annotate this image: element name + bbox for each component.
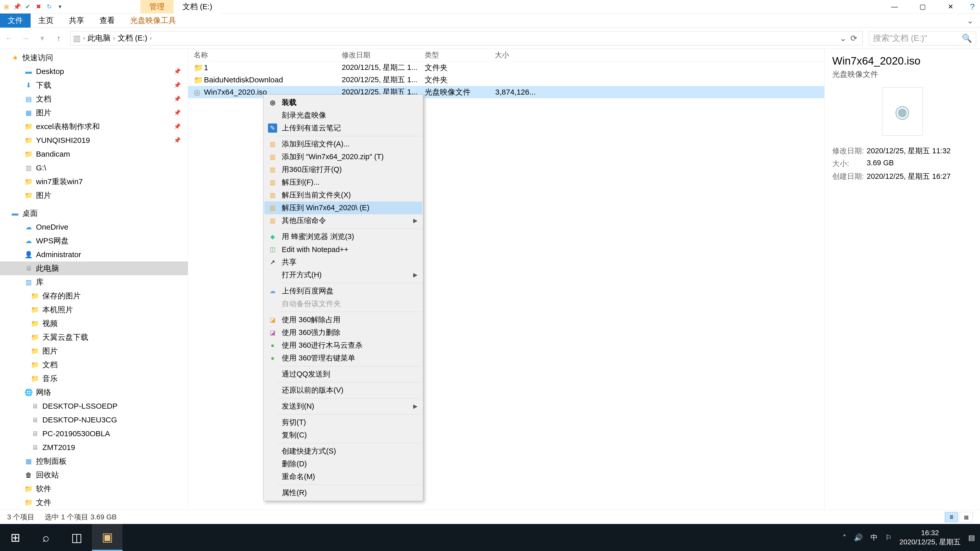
nav-lib-item[interactable]: 📁本机照片 — [0, 303, 188, 317]
nav-software[interactable]: 📁软件 — [0, 482, 188, 495]
chevron-right-icon[interactable]: › — [83, 35, 85, 41]
ctx-extract-here[interactable]: ▥解压到当前文件夹(X) — [264, 189, 422, 202]
nav-up-button[interactable]: ↑ — [54, 34, 64, 43]
ctx-baidu-upload[interactable]: ☁上传到百度网盘 — [264, 285, 422, 297]
nav-lib-item[interactable]: 📁音乐 — [0, 372, 188, 386]
ctx-restore[interactable]: 还原以前的版本(V) — [264, 384, 422, 397]
qat-refresh-icon[interactable]: ↻ — [45, 3, 53, 11]
ctx-copy[interactable]: 复制(C) — [264, 429, 422, 441]
nav-lib-item[interactable]: 📁文档 — [0, 358, 188, 372]
navigation-pane[interactable]: ★快速访问 ▬Desktop📌 ⬇下载📌 ▤文档📌 ▦图片📌 📁excel表格制… — [0, 49, 188, 510]
ctx-open-360[interactable]: ▥用360压缩打开(Q) — [264, 163, 422, 176]
col-size[interactable]: 大小 — [495, 50, 536, 60]
help-button[interactable]: ? — [965, 0, 980, 14]
ribbon-home-tab[interactable]: 主页 — [30, 14, 61, 27]
ctx-share[interactable]: ↗共享 — [264, 256, 422, 268]
breadcrumb-segment[interactable]: 此电脑 — [88, 33, 110, 43]
ctx-extract-named[interactable]: ▥解压到 Win7x64_2020\ (E) — [264, 202, 422, 214]
ribbon-iso-tools-tab[interactable]: 光盘映像工具 — [123, 14, 184, 27]
tray-clock[interactable]: 16:32 2020/12/25, 星期五 — [899, 528, 961, 547]
qat-pin-icon[interactable]: 📌 — [13, 3, 21, 11]
tray-chevron-up-icon[interactable]: ˄ — [843, 534, 846, 542]
nav-net-item[interactable]: 🖥PC-20190530OBLA — [0, 427, 188, 441]
qat-dropdown-icon[interactable]: ▾ — [56, 3, 64, 11]
ribbon-file-tab[interactable]: 文件 — [0, 14, 30, 27]
ctx-shortcut[interactable]: 创建快捷方式(S) — [264, 445, 422, 457]
start-button[interactable]: ⊞ — [0, 524, 30, 551]
refresh-icon[interactable]: ⟳ — [850, 33, 857, 43]
nav-qa-item[interactable]: 📁图片 — [0, 189, 188, 202]
qat-check-icon[interactable]: ✔ — [24, 3, 32, 11]
nav-qa-item[interactable]: ▦图片📌 — [0, 106, 188, 120]
nav-admin[interactable]: 👤Administrator — [0, 248, 188, 262]
nav-libraries[interactable]: ▥库 — [0, 275, 188, 289]
file-row[interactable]: 📁 BaiduNetdiskDownload 2020/12/25, 星期五 1… — [188, 74, 824, 86]
col-name[interactable]: 名称 — [194, 50, 342, 60]
task-view-button[interactable]: ◫ — [61, 524, 92, 551]
nav-net-item[interactable]: 🖥ZMT2019 — [0, 441, 188, 454]
nav-qa-item[interactable]: ▤文档📌 — [0, 92, 188, 106]
ctx-360-manage[interactable]: ●使用 360管理右键菜单 — [264, 352, 422, 365]
nav-qa-item[interactable]: 📁excel表格制作求和📌 — [0, 120, 188, 133]
ctx-delete[interactable]: 删除(D) — [264, 457, 422, 470]
column-headers[interactable]: 名称 修改日期 类型 大小 — [188, 49, 824, 62]
nav-network[interactable]: 🌐网络 — [0, 386, 188, 399]
ctx-burn[interactable]: 刻录光盘映像 — [264, 109, 422, 122]
nav-control-panel[interactable]: ▦控制面板 — [0, 454, 188, 468]
qat-close-icon[interactable]: ✖ — [35, 3, 42, 11]
nav-back-button[interactable]: ← — [4, 34, 14, 43]
ribbon-view-tab[interactable]: 查看 — [92, 14, 123, 27]
ctx-open-with[interactable]: 打开方式(H)▶ — [264, 268, 422, 281]
taskbar-explorer-button[interactable]: ▣ — [92, 524, 123, 551]
ribbon-share-tab[interactable]: 共享 — [61, 14, 92, 27]
tray-security-icon[interactable]: ⚐ — [885, 534, 892, 542]
breadcrumb[interactable]: ▥ › 此电脑 › 文档 (E:) › ⌄ ⟳ — [70, 31, 862, 45]
ctx-send-to[interactable]: 发送到(N)▶ — [264, 400, 422, 413]
tray-ime-indicator[interactable]: 中 — [870, 533, 878, 542]
col-date[interactable]: 修改日期 — [342, 50, 425, 60]
minimize-button[interactable]: — — [880, 0, 908, 14]
nav-this-pc[interactable]: 🖥此电脑 — [0, 262, 188, 275]
ctx-youdao[interactable]: ✎上传到有道云笔记 — [264, 122, 422, 135]
ctx-other-compress[interactable]: ▥其他压缩命令▶ — [264, 214, 422, 227]
ctx-rename[interactable]: 重命名(M) — [264, 470, 422, 483]
nav-lib-item[interactable]: 📁保存的图片 — [0, 289, 188, 303]
search-input[interactable]: 搜索"文档 (E:)" 🔍 — [869, 31, 976, 45]
col-type[interactable]: 类型 — [425, 50, 495, 60]
nav-qa-item[interactable]: 📁Bandicam — [0, 147, 188, 161]
ctx-360-force-delete[interactable]: ◪使用 360强力删除 — [264, 326, 422, 339]
nav-lib-item[interactable]: 📁视频 — [0, 317, 188, 330]
nav-qa-item[interactable]: ⬇下载📌 — [0, 78, 188, 92]
ctx-properties[interactable]: 属性(R) — [264, 486, 422, 499]
chevron-right-icon[interactable]: › — [150, 35, 151, 41]
ctx-notepad[interactable]: ◫Edit with Notepad++ — [264, 243, 422, 256]
nav-net-item[interactable]: 🖥DESKTOP-LSSOEDP — [0, 399, 188, 413]
nav-qa-item[interactable]: 📁YUNQISHI2019📌 — [0, 133, 188, 147]
ctx-qq-send[interactable]: 通过QQ发送到 — [264, 368, 422, 381]
chevron-right-icon[interactable]: › — [113, 35, 115, 41]
ctx-mount[interactable]: ◎装载 — [264, 96, 422, 109]
file-row[interactable]: 📁 1 2020/12/15, 星期二 1... 文件夹 — [188, 62, 824, 74]
nav-onedrive[interactable]: ☁OneDrive — [0, 220, 188, 234]
ctx-honey-browser[interactable]: ◆用 蜂蜜浏览器 浏览(3) — [264, 230, 422, 243]
view-details-button[interactable]: ≣ — [945, 512, 958, 522]
nav-recycle[interactable]: 🗑回收站 — [0, 468, 188, 482]
tray-volume-icon[interactable]: 🔊 — [854, 534, 863, 542]
ctx-extract-to[interactable]: ▥解压到(F)... — [264, 176, 422, 189]
nav-wps[interactable]: ☁WPS网盘 — [0, 234, 188, 248]
nav-forward-button[interactable]: → — [21, 34, 30, 43]
tray-notifications-icon[interactable]: ▤ — [968, 534, 975, 542]
nav-lib-item[interactable]: 📁图片 — [0, 344, 188, 358]
close-button[interactable]: ✕ — [937, 0, 965, 14]
ctx-360-unlock[interactable]: ◪使用 360解除占用 — [264, 313, 422, 326]
nav-files[interactable]: 📁文件 — [0, 495, 188, 510]
nav-lib-item[interactable]: 📁天翼云盘下载 — [0, 330, 188, 344]
ctx-add-archive[interactable]: ▥添加到压缩文件(A)... — [264, 138, 422, 151]
breadcrumb-dropdown-icon[interactable]: ⌄ — [840, 33, 846, 43]
ctx-cut[interactable]: 剪切(T) — [264, 416, 422, 429]
breadcrumb-segment[interactable]: 文档 (E:) — [118, 33, 148, 43]
view-icons-button[interactable]: ▦ — [959, 512, 973, 522]
nav-qa-item[interactable]: ▥G:\ — [0, 161, 188, 175]
nav-qa-item[interactable]: ▬Desktop📌 — [0, 65, 188, 78]
taskbar-search-button[interactable]: ⌕ — [30, 524, 61, 551]
